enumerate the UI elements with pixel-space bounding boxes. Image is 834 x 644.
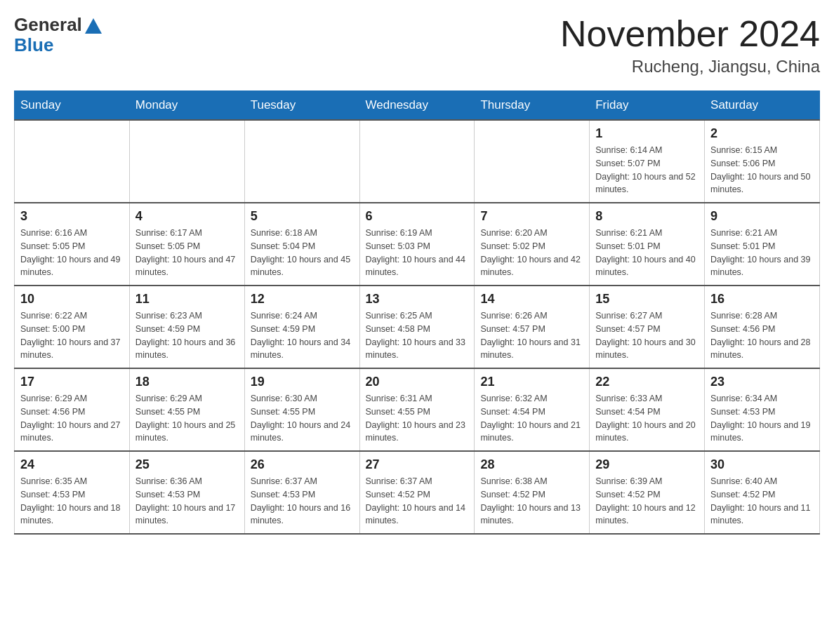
calendar-cell bbox=[359, 120, 475, 203]
logo: General Blue bbox=[14, 14, 102, 56]
day-info: Sunrise: 6:34 AM Sunset: 4:53 PM Dayligh… bbox=[710, 392, 814, 445]
calendar-cell: 29Sunrise: 6:39 AM Sunset: 4:52 PM Dayli… bbox=[590, 451, 705, 534]
weekday-header-monday: Monday bbox=[129, 91, 244, 121]
calendar-cell: 27Sunrise: 6:37 AM Sunset: 4:52 PM Dayli… bbox=[359, 451, 475, 534]
calendar-cell: 20Sunrise: 6:31 AM Sunset: 4:55 PM Dayli… bbox=[359, 368, 475, 451]
day-number: 30 bbox=[710, 457, 814, 472]
day-info: Sunrise: 6:31 AM Sunset: 4:55 PM Dayligh… bbox=[366, 392, 469, 445]
day-number: 9 bbox=[710, 209, 814, 224]
calendar-cell bbox=[15, 120, 130, 203]
calendar-week-row: 1Sunrise: 6:14 AM Sunset: 5:07 PM Daylig… bbox=[15, 120, 820, 203]
day-info: Sunrise: 6:20 AM Sunset: 5:02 PM Dayligh… bbox=[480, 227, 583, 279]
day-number: 29 bbox=[595, 457, 699, 472]
day-number: 24 bbox=[20, 457, 124, 472]
day-number: 12 bbox=[251, 292, 354, 307]
day-info: Sunrise: 6:25 AM Sunset: 4:58 PM Dayligh… bbox=[366, 309, 469, 362]
day-info: Sunrise: 6:29 AM Sunset: 4:56 PM Dayligh… bbox=[20, 392, 124, 445]
page-header: General Blue November 2024 Rucheng, Jian… bbox=[14, 14, 820, 76]
day-info: Sunrise: 6:37 AM Sunset: 4:52 PM Dayligh… bbox=[366, 475, 469, 528]
calendar-cell: 3Sunrise: 6:16 AM Sunset: 5:05 PM Daylig… bbox=[15, 203, 130, 286]
day-number: 27 bbox=[366, 457, 469, 472]
calendar-cell: 22Sunrise: 6:33 AM Sunset: 4:54 PM Dayli… bbox=[590, 368, 705, 451]
day-info: Sunrise: 6:40 AM Sunset: 4:52 PM Dayligh… bbox=[710, 475, 814, 528]
calendar-cell: 17Sunrise: 6:29 AM Sunset: 4:56 PM Dayli… bbox=[15, 368, 130, 451]
month-year-title: November 2024 bbox=[560, 14, 820, 54]
calendar-cell: 15Sunrise: 6:27 AM Sunset: 4:57 PM Dayli… bbox=[590, 286, 705, 368]
calendar-cell: 18Sunrise: 6:29 AM Sunset: 4:55 PM Dayli… bbox=[129, 368, 244, 451]
calendar-cell bbox=[475, 120, 590, 203]
day-info: Sunrise: 6:15 AM Sunset: 5:06 PM Dayligh… bbox=[710, 144, 814, 196]
day-info: Sunrise: 6:19 AM Sunset: 5:03 PM Dayligh… bbox=[366, 227, 469, 279]
day-info: Sunrise: 6:24 AM Sunset: 4:59 PM Dayligh… bbox=[251, 309, 354, 362]
calendar-cell: 11Sunrise: 6:23 AM Sunset: 4:59 PM Dayli… bbox=[129, 286, 244, 368]
calendar-header-row: SundayMondayTuesdayWednesdayThursdayFrid… bbox=[15, 91, 820, 121]
day-number: 11 bbox=[135, 292, 239, 307]
day-info: Sunrise: 6:14 AM Sunset: 5:07 PM Dayligh… bbox=[595, 144, 699, 196]
day-number: 2 bbox=[710, 126, 814, 141]
weekday-header-thursday: Thursday bbox=[475, 91, 590, 121]
calendar-cell bbox=[129, 120, 244, 203]
calendar-cell: 1Sunrise: 6:14 AM Sunset: 5:07 PM Daylig… bbox=[590, 120, 705, 203]
day-number: 6 bbox=[366, 209, 469, 224]
day-info: Sunrise: 6:17 AM Sunset: 5:05 PM Dayligh… bbox=[135, 227, 239, 279]
day-info: Sunrise: 6:30 AM Sunset: 4:55 PM Dayligh… bbox=[251, 392, 354, 445]
day-number: 25 bbox=[135, 457, 239, 472]
calendar-table: SundayMondayTuesdayWednesdayThursdayFrid… bbox=[14, 90, 820, 535]
weekday-header-sunday: Sunday bbox=[15, 91, 130, 121]
calendar-cell: 25Sunrise: 6:36 AM Sunset: 4:53 PM Dayli… bbox=[129, 451, 244, 534]
day-number: 13 bbox=[366, 292, 469, 307]
location-subtitle: Rucheng, Jiangsu, China bbox=[560, 57, 820, 76]
calendar-cell: 2Sunrise: 6:15 AM Sunset: 5:06 PM Daylig… bbox=[705, 120, 820, 203]
day-info: Sunrise: 6:29 AM Sunset: 4:55 PM Dayligh… bbox=[135, 392, 239, 445]
day-number: 16 bbox=[710, 292, 814, 307]
calendar-cell: 6Sunrise: 6:19 AM Sunset: 5:03 PM Daylig… bbox=[359, 203, 475, 286]
calendar-cell: 24Sunrise: 6:35 AM Sunset: 4:53 PM Dayli… bbox=[15, 451, 130, 534]
day-info: Sunrise: 6:21 AM Sunset: 5:01 PM Dayligh… bbox=[710, 227, 814, 279]
day-number: 17 bbox=[20, 375, 124, 389]
day-number: 23 bbox=[710, 375, 814, 389]
calendar-cell: 16Sunrise: 6:28 AM Sunset: 4:56 PM Dayli… bbox=[705, 286, 820, 368]
day-info: Sunrise: 6:36 AM Sunset: 4:53 PM Dayligh… bbox=[135, 475, 239, 528]
day-info: Sunrise: 6:16 AM Sunset: 5:05 PM Dayligh… bbox=[20, 227, 124, 279]
calendar-cell: 26Sunrise: 6:37 AM Sunset: 4:53 PM Dayli… bbox=[244, 451, 359, 534]
day-info: Sunrise: 6:22 AM Sunset: 5:00 PM Dayligh… bbox=[20, 309, 124, 362]
calendar-week-row: 24Sunrise: 6:35 AM Sunset: 4:53 PM Dayli… bbox=[15, 451, 820, 534]
calendar-week-row: 17Sunrise: 6:29 AM Sunset: 4:56 PM Dayli… bbox=[15, 368, 820, 451]
calendar-cell: 28Sunrise: 6:38 AM Sunset: 4:52 PM Dayli… bbox=[475, 451, 590, 534]
weekday-header-wednesday: Wednesday bbox=[359, 91, 475, 121]
day-info: Sunrise: 6:26 AM Sunset: 4:57 PM Dayligh… bbox=[480, 309, 583, 362]
calendar-cell: 8Sunrise: 6:21 AM Sunset: 5:01 PM Daylig… bbox=[590, 203, 705, 286]
calendar-week-row: 10Sunrise: 6:22 AM Sunset: 5:00 PM Dayli… bbox=[15, 286, 820, 368]
day-info: Sunrise: 6:33 AM Sunset: 4:54 PM Dayligh… bbox=[595, 392, 699, 445]
day-info: Sunrise: 6:27 AM Sunset: 4:57 PM Dayligh… bbox=[595, 309, 699, 362]
weekday-header-saturday: Saturday bbox=[705, 91, 820, 121]
day-number: 4 bbox=[135, 209, 239, 224]
calendar-cell: 13Sunrise: 6:25 AM Sunset: 4:58 PM Dayli… bbox=[359, 286, 475, 368]
day-number: 22 bbox=[595, 375, 699, 389]
calendar-cell: 7Sunrise: 6:20 AM Sunset: 5:02 PM Daylig… bbox=[475, 203, 590, 286]
day-info: Sunrise: 6:38 AM Sunset: 4:52 PM Dayligh… bbox=[480, 475, 583, 528]
calendar-cell: 5Sunrise: 6:18 AM Sunset: 5:04 PM Daylig… bbox=[244, 203, 359, 286]
day-info: Sunrise: 6:18 AM Sunset: 5:04 PM Dayligh… bbox=[251, 227, 354, 279]
calendar-cell: 19Sunrise: 6:30 AM Sunset: 4:55 PM Dayli… bbox=[244, 368, 359, 451]
day-info: Sunrise: 6:32 AM Sunset: 4:54 PM Dayligh… bbox=[480, 392, 583, 445]
day-number: 1 bbox=[595, 126, 699, 141]
day-info: Sunrise: 6:23 AM Sunset: 4:59 PM Dayligh… bbox=[135, 309, 239, 362]
calendar-cell: 9Sunrise: 6:21 AM Sunset: 5:01 PM Daylig… bbox=[705, 203, 820, 286]
day-number: 3 bbox=[20, 209, 124, 224]
weekday-header-friday: Friday bbox=[590, 91, 705, 121]
day-number: 15 bbox=[595, 292, 699, 307]
day-info: Sunrise: 6:21 AM Sunset: 5:01 PM Dayligh… bbox=[595, 227, 699, 279]
day-number: 19 bbox=[251, 375, 354, 389]
calendar-cell bbox=[244, 120, 359, 203]
day-info: Sunrise: 6:37 AM Sunset: 4:53 PM Dayligh… bbox=[251, 475, 354, 528]
day-number: 26 bbox=[251, 457, 354, 472]
calendar-cell: 14Sunrise: 6:26 AM Sunset: 4:57 PM Dayli… bbox=[475, 286, 590, 368]
day-number: 18 bbox=[135, 375, 239, 389]
day-info: Sunrise: 6:39 AM Sunset: 4:52 PM Dayligh… bbox=[595, 475, 699, 528]
day-number: 5 bbox=[251, 209, 354, 224]
calendar-week-row: 3Sunrise: 6:16 AM Sunset: 5:05 PM Daylig… bbox=[15, 203, 820, 286]
day-number: 28 bbox=[480, 457, 583, 472]
calendar-cell: 4Sunrise: 6:17 AM Sunset: 5:05 PM Daylig… bbox=[129, 203, 244, 286]
logo-triangle-icon bbox=[85, 18, 102, 34]
